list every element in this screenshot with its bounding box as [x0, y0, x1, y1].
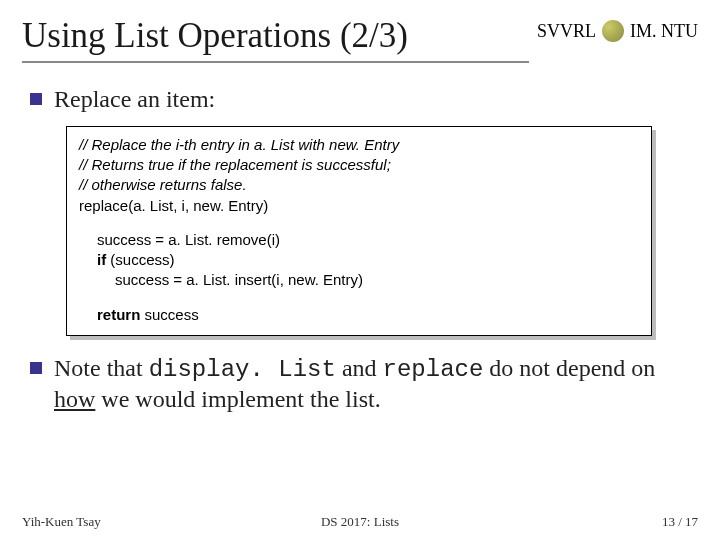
header: Using List Operations (2/3) SVVRL IM. NT…: [22, 18, 698, 63]
code-line: success = a. List. insert(i, new. Entry): [79, 270, 639, 290]
code-keyword: if: [97, 251, 106, 268]
code-box: // Replace the i-th entry in a. List wit…: [66, 126, 652, 336]
code-line: if (success): [79, 250, 639, 270]
code-inline: display. List: [149, 356, 336, 383]
org-label: SVVRL IM. NTU: [537, 20, 698, 42]
text: and: [336, 355, 383, 381]
ntu-logo-icon: [602, 20, 624, 42]
code-line: return success: [79, 305, 639, 325]
footer: Yih-Kuen Tsay DS 2017: Lists 13 / 17: [22, 514, 698, 530]
code-text: (success): [106, 251, 174, 268]
code-keyword: return: [97, 306, 140, 323]
text: Note that: [54, 355, 149, 381]
text: do not depend on: [483, 355, 655, 381]
bullet-item: Replace an item:: [30, 85, 690, 114]
text: we would implement the list.: [95, 386, 380, 412]
code-line: replace(a. List, i, new. Entry): [79, 196, 639, 216]
code-comment: // Replace the i-th entry in a. List wit…: [79, 135, 639, 155]
bullet-icon: [30, 362, 42, 374]
slide-body: Replace an item: // Replace the i-th ent…: [22, 63, 698, 413]
bullet-text: Replace an item:: [54, 85, 215, 114]
bullet-icon: [30, 93, 42, 105]
code-comment: // otherwise returns false.: [79, 175, 639, 195]
footer-course: DS 2017: Lists: [22, 514, 698, 530]
page-title: Using List Operations (2/3): [22, 18, 519, 61]
title-wrap: Using List Operations (2/3): [22, 18, 529, 63]
code-text: success: [140, 306, 198, 323]
slide: Using List Operations (2/3) SVVRL IM. NT…: [0, 0, 720, 540]
org-left: SVVRL: [537, 21, 596, 42]
text-underline: how: [54, 386, 95, 412]
code-inline: replace: [383, 356, 484, 383]
code-comment: // Returns true if the replacement is su…: [79, 155, 639, 175]
code-blank: [79, 216, 639, 230]
code-line: success = a. List. remove(i): [79, 230, 639, 250]
code-blank: [79, 291, 639, 305]
bullet-text: Note that display. List and replace do n…: [54, 354, 690, 414]
org-right: IM. NTU: [630, 21, 698, 42]
bullet-item: Note that display. List and replace do n…: [30, 354, 690, 414]
